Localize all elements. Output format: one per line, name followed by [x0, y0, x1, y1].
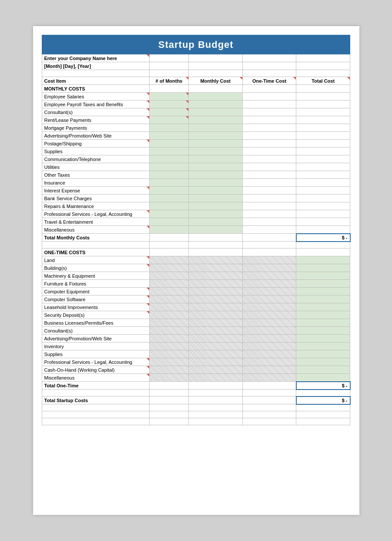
table-row: Cash-On-Hand (Working Capital) [42, 366, 350, 374]
item-supplies: Supplies [42, 148, 149, 155]
grand-total-label: Total Startup Costs [42, 397, 149, 404]
item-supplies-ot: Supplies [42, 350, 149, 358]
table-row: Security Deposit(s) [42, 311, 350, 319]
bottom-row-3 [42, 418, 350, 425]
table-row: Professional Services - Legal, Accountin… [42, 210, 350, 218]
item-security-deposit: Security Deposit(s) [42, 311, 149, 319]
table-row: Advertising/Promotion/Web Site [42, 335, 350, 343]
table-row: Consultant(s) [42, 327, 350, 335]
table-row: Communication/Telephone [42, 155, 350, 163]
table-row: Professional Services - Legal, Accountin… [42, 358, 350, 366]
date-row: [Month] [Day], [Year] [42, 62, 350, 70]
item-payroll-taxes: Employee Payroll Taxes and Benefits [42, 101, 149, 108]
item-machinery: Machinery & Equipment [42, 272, 149, 280]
company-row: Enter your Company Name here [42, 54, 350, 62]
column-headers-row: Cost Item # of Months Monthly Cost One-T… [42, 77, 350, 85]
item-prof-svcs-ot: Professional Services - Legal, Accountin… [42, 358, 149, 366]
table-row: Mortgage Payments [42, 124, 350, 132]
table-row: Miscellaneous [42, 374, 350, 382]
item-rent-lease: Rent/Lease Payments [42, 116, 149, 124]
item-other-taxes: Other Taxes [42, 171, 149, 179]
title-cell: Startup Budget [42, 35, 350, 54]
table-row: Computer Software [42, 296, 350, 303]
table-row: Bank Service Charges [42, 195, 350, 202]
item-misc-monthly: Miscellaneous [42, 226, 149, 234]
table-row: Building(s) [42, 264, 350, 272]
item-cash-on-hand: Cash-On-Hand (Working Capital) [42, 366, 149, 374]
table-row: Inventory [42, 343, 350, 350]
total-monthly-label: Total Monthly Costs [42, 234, 149, 242]
item-furniture: Furniture & Fixtures [42, 280, 149, 288]
table-row: Business Licenses/Permits/Fees [42, 319, 350, 327]
spreadsheet-page: Startup Budget Enter your Company Name h… [33, 26, 359, 515]
item-building: Building(s) [42, 264, 149, 272]
table-row: Employee Salaries [42, 93, 350, 101]
item-insurance: Insurance [42, 179, 149, 187]
item-consultants: Consultant(s) [42, 108, 149, 116]
item-computer-equip: Computer Equipment [42, 288, 149, 296]
table-row: Interest Expense [42, 187, 350, 195]
item-postage: Postage/Shipping [42, 140, 149, 148]
date-cell[interactable]: [Month] [Day], [Year] [42, 62, 149, 70]
item-communication: Communication/Telephone [42, 155, 149, 163]
col-header-item: Cost Item [42, 77, 149, 85]
table-row: Supplies [42, 148, 350, 155]
table-row: Consultant(s) [42, 108, 350, 116]
monthly-costs-header: MONTHLY COSTS [42, 85, 350, 93]
table-row: Furniture & Fixtures [42, 280, 350, 288]
col-header-monthly: Monthly Cost [188, 77, 242, 85]
item-land: Land [42, 256, 149, 264]
table-row: Land [42, 256, 350, 264]
bottom-row-1 [42, 404, 350, 411]
table-row: Postage/Shipping [42, 140, 350, 148]
col-header-months: # of Months [149, 77, 188, 85]
item-bank-charges: Bank Service Charges [42, 195, 149, 202]
spacer-row-2 [42, 242, 350, 249]
grand-total-row: Total Startup Costs $ - [42, 397, 350, 404]
total-onetime-label: Total One-Time [42, 382, 149, 390]
total-monthly-value: $ - [296, 234, 350, 242]
item-business-licenses: Business Licenses/Permits/Fees [42, 319, 149, 327]
item-utilities: Utilities [42, 163, 149, 171]
spacer-row-1 [42, 70, 350, 77]
item-repairs: Repairs & Maintenance [42, 202, 149, 210]
spacer-row-3 [42, 390, 350, 397]
col-header-onetime: One-Time Cost [242, 77, 296, 85]
table-row: Rent/Lease Payments [42, 116, 350, 124]
item-computer-software: Computer Software [42, 296, 149, 303]
table-row: Travel & Entertainment [42, 218, 350, 226]
bottom-row-2 [42, 411, 350, 418]
table-row: Leasehold Improvements [42, 303, 350, 311]
item-consultants-ot: Consultant(s) [42, 327, 149, 335]
table-row: Miscellaneous [42, 226, 350, 234]
item-employee-salaries: Employee Salaries [42, 93, 149, 101]
grand-total-value: $ - [296, 397, 350, 404]
item-advertising: Advertising/Promotion/Web Site [42, 132, 149, 140]
table-row: Computer Equipment [42, 288, 350, 296]
col-header-total: Total Cost [296, 77, 350, 85]
company-name-cell[interactable]: Enter your Company Name here [42, 54, 149, 62]
item-misc-ot: Miscellaneous [42, 374, 149, 382]
onetime-costs-header: ONE-TIME COSTS [42, 249, 350, 256]
table-row: Machinery & Equipment [42, 272, 350, 280]
total-onetime-row: Total One-Time $ - [42, 382, 350, 390]
table-row: Insurance [42, 179, 350, 187]
item-mortgage: Mortgage Payments [42, 124, 149, 132]
monthly-section-label: MONTHLY COSTS [42, 85, 149, 93]
item-professional-svcs: Professional Services - Legal, Accountin… [42, 210, 149, 218]
table-row: Supplies [42, 350, 350, 358]
item-interest-expense: Interest Expense [42, 187, 149, 195]
table-row: Advertising/Promotion/Web Site [42, 132, 350, 140]
table-row: Repairs & Maintenance [42, 202, 350, 210]
budget-table: Startup Budget Enter your Company Name h… [42, 35, 351, 425]
title-row: Startup Budget [42, 35, 350, 54]
total-onetime-value: $ - [296, 382, 350, 390]
item-advertising-ot: Advertising/Promotion/Web Site [42, 335, 149, 343]
item-leasehold: Leasehold Improvements [42, 303, 149, 311]
table-row: Employee Payroll Taxes and Benefits [42, 101, 350, 108]
item-travel: Travel & Entertainment [42, 218, 149, 226]
total-monthly-row: Total Monthly Costs $ - [42, 234, 350, 242]
table-row: Other Taxes [42, 171, 350, 179]
item-inventory: Inventory [42, 343, 149, 350]
onetime-section-label: ONE-TIME COSTS [42, 249, 149, 256]
